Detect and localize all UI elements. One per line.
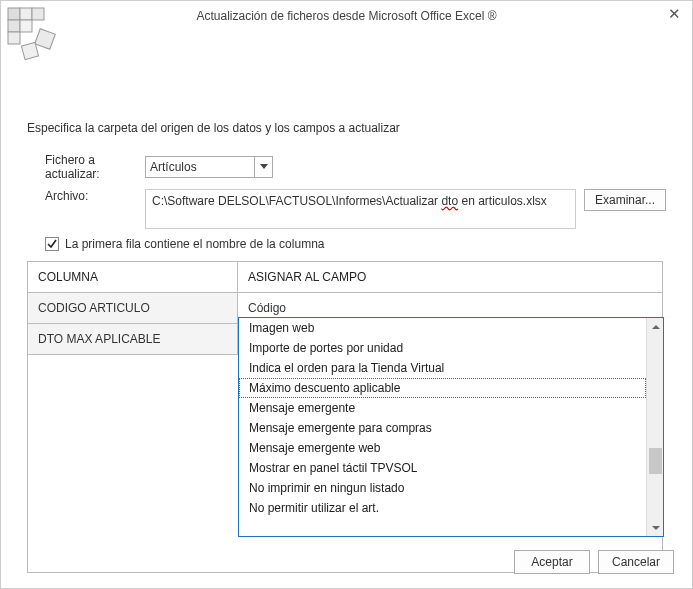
first-row-checkbox-row[interactable]: La primera fila contiene el nombre de la… [27, 237, 666, 251]
dropdown-list: Imagen webImporte de portes por unidadIn… [239, 318, 646, 536]
footer-buttons: Aceptar Cancelar [514, 550, 674, 574]
svg-rect-1 [20, 8, 32, 20]
svg-rect-4 [8, 32, 20, 44]
scroll-up-icon[interactable] [647, 318, 664, 335]
svg-rect-6 [35, 29, 56, 50]
dropdown-item[interactable]: Mensaje emergente web [239, 438, 646, 458]
file-row: Fichero a actualizar: Artículos [27, 153, 666, 181]
checkbox-icon[interactable] [45, 237, 59, 251]
archive-path-err: dto [441, 194, 458, 208]
dropdown-item[interactable]: Mensaje emergente para compras [239, 418, 646, 438]
dropdown-item[interactable]: No permitir utilizar el art. [239, 498, 646, 518]
titlebar: Actualización de ficheros desde Microsof… [1, 1, 692, 31]
dropdown-item[interactable]: Mensaje emergente [239, 398, 646, 418]
dropdown-item[interactable]: Máximo descuento aplicable [239, 378, 646, 398]
archive-path-post: en articulos.xlsx [458, 194, 547, 208]
window-title: Actualización de ficheros desde Microsof… [196, 9, 496, 23]
field-dropdown[interactable]: Imagen webImporte de portes por unidadIn… [238, 317, 664, 537]
svg-rect-2 [8, 20, 20, 32]
grid-field-value: Código [248, 301, 286, 315]
cancel-button[interactable]: Cancelar [598, 550, 674, 574]
description-text: Especifica la carpeta del origen de los … [27, 121, 666, 135]
dropdown-item[interactable]: Importe de portes por unidad [239, 338, 646, 358]
archive-path-pre: C:\Software DELSOL\FACTUSOL\Informes\Act… [152, 194, 441, 208]
grid-header-row: COLUMNA ASIGNAR AL CAMPO [28, 262, 662, 293]
svg-rect-5 [32, 8, 44, 20]
app-logo [7, 7, 77, 67]
grid-col-name: DTO MAX APLICABLE [28, 324, 238, 354]
svg-rect-7 [21, 42, 38, 59]
archive-path-input[interactable]: C:\Software DELSOL\FACTUSOL\Informes\Act… [145, 189, 576, 229]
svg-rect-0 [8, 8, 20, 20]
scrollbar[interactable] [646, 318, 663, 536]
close-icon[interactable]: ✕ [664, 5, 684, 25]
scroll-thumb[interactable] [649, 448, 662, 474]
file-select-value: Artículos [150, 160, 197, 174]
first-row-checkbox-label: La primera fila contiene el nombre de la… [65, 237, 324, 251]
dropdown-item[interactable]: Mostrar en panel táctil TPVSOL [239, 458, 646, 478]
chevron-down-icon [254, 157, 272, 177]
file-label: Fichero a actualizar: [27, 153, 145, 181]
file-select[interactable]: Artículos [145, 156, 273, 178]
browse-button[interactable]: Examinar... [584, 189, 666, 211]
archive-label: Archivo: [27, 189, 145, 203]
dropdown-item[interactable]: No imprimir en ningun listado [239, 478, 646, 498]
grid-header-columna: COLUMNA [28, 262, 238, 292]
grid-col-name: CODIGO ARTICULO [28, 293, 238, 323]
dialog-window: Actualización de ficheros desde Microsof… [0, 0, 693, 589]
dropdown-item[interactable]: Imagen web [239, 318, 646, 338]
grid-header-asignar: ASIGNAR AL CAMPO [238, 262, 662, 292]
archive-row: Archivo: C:\Software DELSOL\FACTUSOL\Inf… [27, 189, 666, 229]
accept-button[interactable]: Aceptar [514, 550, 590, 574]
svg-rect-3 [20, 20, 32, 32]
dropdown-item[interactable]: Indica el orden para la Tienda Virtual [239, 358, 646, 378]
scroll-down-icon[interactable] [647, 519, 664, 536]
